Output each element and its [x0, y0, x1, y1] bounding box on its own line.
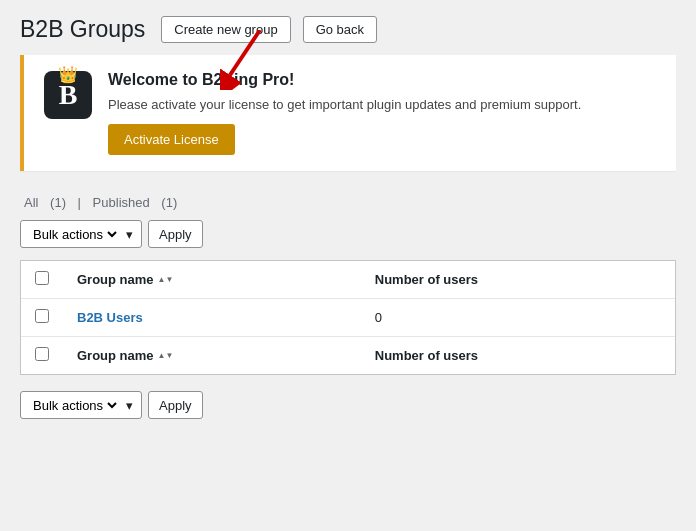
crown-icon: 👑	[58, 65, 78, 84]
row-checkbox[interactable]	[35, 309, 49, 323]
sort-arrows-group[interactable]: ▲▼	[158, 276, 174, 284]
bulk-actions-bottom-dropdown[interactable]: Bulk actions	[29, 397, 120, 414]
footer-col-group-name: Group name ▲▼	[63, 337, 361, 375]
bulk-actions-bottom-select[interactable]: Bulk actions ▾	[20, 391, 142, 419]
notice-content: Welcome to B2King Pro! Please activate y…	[108, 71, 581, 155]
bulk-bar-top: Bulk actions ▾ Apply	[20, 220, 676, 248]
page-header: B2B Groups Create new group Go back	[0, 0, 696, 55]
bulk-actions-top-select[interactable]: Bulk actions ▾	[20, 220, 142, 248]
create-new-group-button[interactable]: Create new group	[161, 16, 290, 43]
bulk-actions-top-dropdown[interactable]: Bulk actions	[29, 226, 120, 243]
footer-col-users: Number of users	[361, 337, 675, 375]
footer-checkbox-cell	[21, 337, 63, 375]
bulk-bar-bottom-inner: Bulk actions ▾ Apply	[20, 391, 676, 419]
filter-links: All (1) | Published (1)	[20, 195, 676, 210]
chevron-down-icon: ▾	[126, 227, 133, 242]
col-group-name: Group name ▲▼	[63, 261, 361, 299]
sort-arrows-group-footer[interactable]: ▲▼	[158, 352, 174, 360]
apply-bottom-button[interactable]: Apply	[148, 391, 203, 419]
notice-description: Please activate your license to get impo…	[108, 97, 581, 112]
filter-all-link[interactable]: All (1)	[20, 195, 74, 210]
table-row: B2B Users 0	[21, 299, 675, 337]
select-all-checkbox[interactable]	[35, 271, 49, 285]
license-notice: 👑 B Welcome to B2King Pro! Please activa…	[20, 55, 676, 171]
filter-bar: All (1) | Published (1) Bulk actions ▾ A…	[0, 187, 696, 260]
select-all-footer-checkbox[interactable]	[35, 347, 49, 361]
chevron-down-icon-bottom: ▾	[126, 398, 133, 413]
plugin-logo: 👑 B	[44, 71, 92, 119]
groups-table: Group name ▲▼ Number of users B2B Users …	[21, 261, 675, 374]
activate-license-button[interactable]: Activate License	[108, 124, 235, 155]
table-header-row: Group name ▲▼ Number of users	[21, 261, 675, 299]
table-footer-row: Group name ▲▼ Number of users	[21, 337, 675, 375]
header-checkbox-cell	[21, 261, 63, 299]
col-number-of-users: Number of users	[361, 261, 675, 299]
row-group-name: B2B Users	[63, 299, 361, 337]
group-name-link[interactable]: B2B Users	[77, 310, 143, 325]
notice-title: Welcome to B2King Pro!	[108, 71, 581, 89]
groups-table-wrap: Group name ▲▼ Number of users B2B Users …	[20, 260, 676, 375]
apply-top-button[interactable]: Apply	[148, 220, 203, 248]
row-checkbox-cell	[21, 299, 63, 337]
page-title: B2B Groups	[20, 16, 145, 43]
row-user-count: 0	[361, 299, 675, 337]
bulk-bar-bottom: Bulk actions ▾ Apply	[0, 383, 696, 431]
go-back-button[interactable]: Go back	[303, 16, 377, 43]
filter-published-link[interactable]: Published (1)	[89, 195, 182, 210]
